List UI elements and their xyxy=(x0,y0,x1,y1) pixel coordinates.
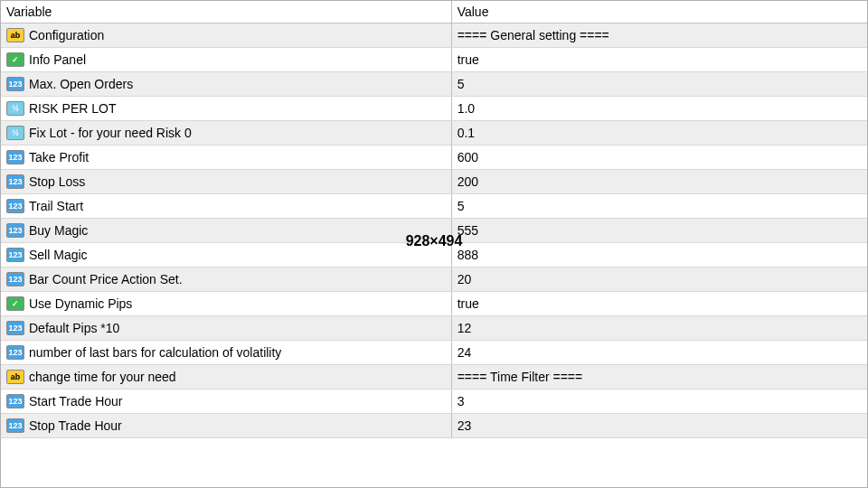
table-row[interactable]: abConfiguration==== General setting ==== xyxy=(1,23,867,48)
value-cell[interactable]: 888 xyxy=(451,243,867,267)
variable-cell[interactable]: ✓Use Dynamic Pips xyxy=(1,292,451,316)
variable-label: RISK PER LOT xyxy=(29,101,116,116)
variable-cell[interactable]: 123Max. Open Orders xyxy=(1,72,451,97)
value-cell[interactable]: 5 xyxy=(451,72,867,97)
variable-label: Info Panel xyxy=(29,52,86,67)
value-cell[interactable]: 12 xyxy=(451,316,867,341)
value-cell[interactable]: 555 xyxy=(451,219,867,243)
table-row[interactable]: ✓Use Dynamic Pipstrue xyxy=(1,292,867,316)
header-row: Variable Value xyxy=(1,1,867,23)
value-cell[interactable]: 0.1 xyxy=(451,121,867,145)
variable-label: Default Pips *10 xyxy=(29,321,119,335)
variable-cell[interactable]: 123number of last bars for calculation o… xyxy=(1,341,451,365)
header-value[interactable]: Value xyxy=(451,1,867,23)
value-cell[interactable]: true xyxy=(451,48,867,72)
variable-label: number of last bars for calculation of v… xyxy=(29,345,281,360)
variable-label: Sell Magic xyxy=(29,248,88,262)
int-type-icon: 123 xyxy=(6,418,24,433)
variable-cell[interactable]: ½RISK PER LOT xyxy=(1,97,451,121)
variable-label: Stop Loss xyxy=(29,174,85,189)
bool-type-icon: ✓ xyxy=(6,296,24,311)
table-row[interactable]: abchange time for your need==== Time Fil… xyxy=(1,365,867,389)
table-row[interactable]: 123Max. Open Orders5 xyxy=(1,72,867,97)
table-row[interactable]: ½RISK PER LOT1.0 xyxy=(1,97,867,121)
table-row[interactable]: 123Default Pips *1012 xyxy=(1,316,867,341)
string-type-icon: ab xyxy=(6,28,24,42)
variable-cell[interactable]: 123Stop Loss xyxy=(1,170,451,194)
variable-cell[interactable]: 123Stop Trade Hour xyxy=(1,414,451,438)
value-cell[interactable]: 200 xyxy=(451,170,867,194)
variable-cell[interactable]: 123Sell Magic xyxy=(1,243,451,267)
value-cell[interactable]: 5 xyxy=(451,194,867,219)
table-row[interactable]: 123Bar Count Price Action Set.20 xyxy=(1,267,867,292)
double-type-icon: ½ xyxy=(6,101,24,116)
value-cell[interactable]: 3 xyxy=(451,389,867,414)
variable-label: Max. Open Orders xyxy=(29,77,133,91)
value-cell[interactable]: 600 xyxy=(451,145,867,170)
int-type-icon: 123 xyxy=(6,272,24,286)
int-type-icon: 123 xyxy=(6,223,24,238)
variable-cell[interactable]: ½Fix Lot - for your need Risk 0 xyxy=(1,121,451,145)
variable-label: Stop Trade Hour xyxy=(29,418,122,433)
int-type-icon: 123 xyxy=(6,150,24,164)
table-row[interactable]: 123Take Profit600 xyxy=(1,145,867,170)
int-type-icon: 123 xyxy=(6,199,24,213)
properties-table: Variable Value abConfiguration==== Gener… xyxy=(1,1,867,438)
table-row[interactable]: ✓Info Paneltrue xyxy=(1,48,867,72)
value-cell[interactable]: ==== General setting ==== xyxy=(451,23,867,48)
double-type-icon: ½ xyxy=(6,126,24,140)
variable-label: Buy Magic xyxy=(29,223,88,238)
value-cell[interactable]: 24 xyxy=(451,341,867,365)
int-type-icon: 123 xyxy=(6,77,24,91)
table-row[interactable]: 123number of last bars for calculation o… xyxy=(1,341,867,365)
header-variable[interactable]: Variable xyxy=(1,1,451,23)
variable-cell[interactable]: 123Default Pips *10 xyxy=(1,316,451,341)
variable-label: Trail Start xyxy=(29,199,83,213)
table-row[interactable]: 123Trail Start5 xyxy=(1,194,867,219)
table-row[interactable]: 123Start Trade Hour3 xyxy=(1,389,867,414)
value-cell[interactable]: 23 xyxy=(451,414,867,438)
variable-cell[interactable]: 123Trail Start xyxy=(1,194,451,219)
variable-label: change time for your need xyxy=(29,370,176,384)
int-type-icon: 123 xyxy=(6,394,24,408)
int-type-icon: 123 xyxy=(6,174,24,189)
variable-cell[interactable]: abchange time for your need xyxy=(1,365,451,389)
variable-cell[interactable]: 123Start Trade Hour xyxy=(1,389,451,414)
value-cell[interactable]: 20 xyxy=(451,267,867,292)
table-row[interactable]: 123Stop Loss200 xyxy=(1,170,867,194)
int-type-icon: 123 xyxy=(6,345,24,360)
variable-cell[interactable]: ✓Info Panel xyxy=(1,48,451,72)
variable-cell[interactable]: 123Buy Magic xyxy=(1,219,451,243)
variable-cell[interactable]: abConfiguration xyxy=(1,23,451,48)
table-row[interactable]: 123Sell Magic888 xyxy=(1,243,867,267)
value-cell[interactable]: true xyxy=(451,292,867,316)
variable-label: Use Dynamic Pips xyxy=(29,296,132,311)
variable-cell[interactable]: 123Take Profit xyxy=(1,145,451,170)
value-cell[interactable]: ==== Time Filter ==== xyxy=(451,365,867,389)
bool-type-icon: ✓ xyxy=(6,52,24,67)
table-row[interactable]: 123Stop Trade Hour23 xyxy=(1,414,867,438)
variable-label: Fix Lot - for your need Risk 0 xyxy=(29,126,192,140)
string-type-icon: ab xyxy=(6,370,24,384)
value-cell[interactable]: 1.0 xyxy=(451,97,867,121)
table-row[interactable]: 123Buy Magic555 xyxy=(1,219,867,243)
variable-cell[interactable]: 123Bar Count Price Action Set. xyxy=(1,267,451,292)
variable-label: Configuration xyxy=(29,28,104,42)
variable-label: Bar Count Price Action Set. xyxy=(29,272,183,286)
int-type-icon: 123 xyxy=(6,321,24,335)
variable-label: Take Profit xyxy=(29,150,89,164)
int-type-icon: 123 xyxy=(6,248,24,262)
table-row[interactable]: ½Fix Lot - for your need Risk 00.1 xyxy=(1,121,867,145)
variable-label: Start Trade Hour xyxy=(29,394,123,408)
